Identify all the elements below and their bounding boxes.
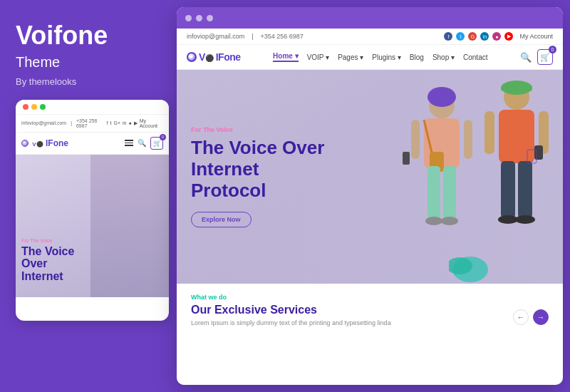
mobile-logo-text: IFone [46, 138, 68, 148]
social-tw-icon[interactable]: t [456, 32, 465, 41]
site-hero: For The Voice The Voice Over Internet Pr… [177, 70, 563, 284]
mobile-search-icon[interactable]: 🔍 [138, 139, 146, 147]
mobile-preview-card: infoviop@gmail.com | +354 256 6987 f t G… [16, 100, 169, 321]
browser-titlebar [177, 7, 563, 29]
social-yt-icon[interactable]: ▶ [504, 32, 513, 41]
logo-globe-icon [187, 52, 197, 62]
services-label: What we do [191, 294, 549, 301]
mobile-hero-content: For The Voice The Voice Over Internet [21, 238, 163, 283]
social-li-icon[interactable]: in [480, 32, 489, 41]
mobile-phone: +354 256 6987 [76, 118, 107, 128]
svg-rect-5 [428, 166, 440, 220]
svg-rect-6 [443, 166, 456, 220]
theme-author: By themelooks [16, 76, 161, 87]
site-services: What we do Our Exclusive Services Lorem … [177, 284, 563, 334]
svg-rect-16 [501, 161, 515, 218]
hero-text-block: For The Voice The Voice Over Internet Pr… [191, 126, 324, 227]
nav-contact[interactable]: Contact [463, 53, 487, 61]
services-arrows: ← → [513, 309, 549, 325]
mobile-social-t: t [110, 120, 112, 125]
social-fb-icon[interactable]: f [444, 32, 452, 41]
hamburger-icon[interactable] [125, 140, 133, 146]
svg-rect-14 [501, 86, 532, 91]
svg-point-19 [515, 215, 535, 224]
nav-shop[interactable]: Shop ▾ [432, 53, 455, 61]
cart-badge: 0 [160, 134, 166, 140]
svg-rect-10 [464, 120, 472, 159]
site-nav-actions: 🔍 🛒 0 [520, 49, 553, 65]
mobile-hero-title-line2: Over [21, 257, 163, 270]
mobile-social-g: G+ [113, 120, 120, 125]
ham-line-3 [125, 145, 133, 146]
next-arrow-button[interactable]: → [533, 309, 549, 325]
my-account-link[interactable]: My Account [519, 33, 553, 40]
site-logo: V⚫ IFone [187, 51, 241, 63]
nav-pages[interactable]: Pages ▾ [338, 53, 363, 61]
nav-plugins[interactable]: Plugins ▾ [372, 53, 401, 61]
svg-point-8 [441, 217, 458, 225]
site-topbar-right: f t G in ● ▶ My Account [444, 32, 553, 41]
mobile-separator: | [71, 120, 72, 125]
mobile-email: infoviop@gmail.com [21, 120, 66, 125]
svg-rect-11 [403, 152, 410, 165]
social-ig-icon[interactable]: ● [492, 32, 501, 41]
mobile-navbar: V⚫ IFone 🔍 🛒 0 [16, 133, 169, 155]
site-search-icon[interactable]: 🔍 [520, 52, 532, 63]
site-navbar: V⚫ IFone Home ▾ VOIP ▾ Pages ▾ Plugins ▾… [177, 45, 563, 70]
mobile-logo-globe [21, 140, 28, 147]
social-gplus-icon[interactable]: G [468, 32, 477, 41]
mobile-social-ig: ● [128, 120, 131, 125]
hero-title-line3: Protocol [191, 180, 324, 202]
services-description: Lorem Ipsum is simply dummy text of the … [191, 319, 549, 326]
site-cart-icon[interactable]: 🛒 0 [537, 49, 553, 65]
site-separator: | [252, 33, 253, 40]
browser-dot-3 [207, 15, 213, 21]
site-nav-links: Home ▾ VOIP ▾ Pages ▾ Plugins ▾ Blog Sho… [273, 52, 487, 62]
nav-voip[interactable]: VOIP ▾ [307, 53, 330, 61]
hero-title: The Voice Over Internet Protocol [191, 138, 324, 202]
mobile-logo-v: V⚫ [32, 141, 43, 148]
svg-point-23 [532, 160, 533, 162]
browser-dot-1 [185, 15, 192, 21]
theme-subtitle: Theme [16, 54, 161, 71]
ham-line-1 [125, 140, 133, 141]
explore-now-button[interactable]: Explore Now [191, 212, 252, 227]
nav-home[interactable]: Home ▾ [273, 52, 299, 62]
browser-window: infoviop@gmail.com | +354 256 6987 f t G… [177, 7, 563, 385]
dot-red [23, 104, 28, 110]
site-topbar: infoviop@gmail.com | +354 256 6987 f t G… [177, 29, 563, 45]
svg-point-7 [425, 217, 442, 225]
mobile-cart-icon[interactable]: 🛒 0 [150, 137, 163, 150]
services-title: Our Exclusive Services [191, 304, 549, 316]
mobile-titlebar [16, 100, 169, 115]
site-email: infoviop@gmail.com [187, 33, 244, 40]
plant-icon-deco [449, 248, 492, 284]
site-contact-info: infoviop@gmail.com | +354 256 6987 [187, 33, 304, 40]
hero-title-line2: Internet [191, 159, 324, 180]
phone-icon-deco [520, 148, 549, 177]
svg-rect-9 [411, 120, 420, 159]
site-phone: +354 256 6987 [261, 33, 304, 40]
hero-tagline: For The Voice [191, 126, 324, 133]
mobile-hero-title-line1: The Voice [21, 245, 163, 258]
mobile-hero-tagline: For The Voice [21, 238, 163, 243]
mobile-contact-bar: infoviop@gmail.com | +354 256 6987 f t G… [16, 115, 169, 133]
theme-title: Voifone [16, 21, 161, 50]
dot-yellow [31, 104, 37, 110]
ham-line-2 [125, 143, 133, 144]
mobile-hero: For The Voice The Voice Over Internet [16, 155, 169, 297]
logo-text: V⚫ IFone [199, 51, 241, 63]
mobile-logo: V⚫ IFone [21, 138, 68, 148]
hero-female-figure [403, 84, 481, 255]
nav-blog[interactable]: Blog [410, 53, 424, 61]
mobile-social-in: in [123, 120, 126, 125]
prev-arrow-button[interactable]: ← [513, 309, 529, 325]
hero-title-line1: The Voice Over [191, 138, 324, 159]
mobile-social-icons: f t G+ in ● ▶ My Account [107, 118, 163, 128]
mobile-my-account: My Account [140, 118, 163, 128]
site-cart-badge: 0 [549, 46, 556, 53]
svg-point-1 [428, 87, 456, 107]
left-panel: Voifone Theme By themelooks infoviop@gma… [0, 0, 177, 392]
mobile-social-f: f [107, 120, 108, 125]
mobile-hero-title-line3: Internet [21, 270, 163, 283]
